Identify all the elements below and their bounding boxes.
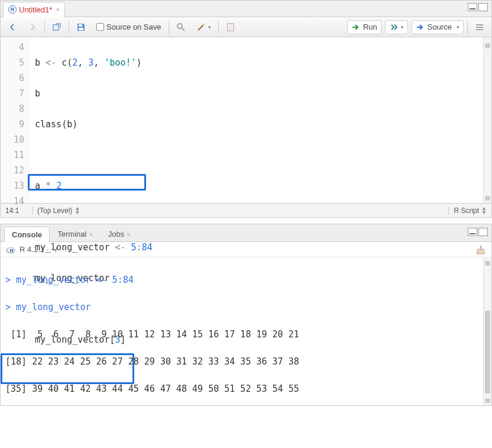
- toolbar-separator: [69, 21, 69, 34]
- r-logo-icon: R: [5, 244, 16, 255]
- editor-tab-bar: R Untitled1* ×: [1, 1, 491, 17]
- source-arrow-icon: [416, 22, 425, 32]
- line-gutter: 4 5 6 7 8 9 10 11 12 13 14: [1, 37, 30, 203]
- file-tab-untitled[interactable]: R Untitled1* ×: [3, 2, 65, 17]
- svg-point-3: [177, 24, 182, 28]
- code-line: b: [35, 86, 483, 101]
- compile-report-button[interactable]: [222, 21, 239, 34]
- console-pane: Console Terminal× Jobs× R R 4.1.1 · ~/ >…: [0, 224, 492, 406]
- dropdown-caret-icon: ▾: [208, 24, 211, 30]
- search-icon: [176, 22, 186, 32]
- tab-console[interactable]: Console: [4, 227, 50, 242]
- toolbar-separator: [169, 21, 169, 34]
- line-number: 12: [1, 163, 24, 178]
- console-line: > my_long_vector <- 5:84: [5, 273, 478, 287]
- pane-window-controls: [468, 228, 488, 236]
- svg-rect-2: [79, 28, 83, 30]
- line-number: 6: [1, 70, 24, 86]
- console-scrollbar[interactable]: [483, 257, 491, 405]
- console-header: R R 4.1.1 · ~/: [1, 242, 491, 257]
- outline-button[interactable]: [471, 21, 488, 34]
- code-line: [35, 209, 483, 224]
- svg-rect-1: [79, 24, 82, 27]
- checkbox-icon: [96, 23, 104, 31]
- tab-jobs[interactable]: Jobs×: [101, 226, 138, 241]
- console-line: [35] 39 40 41 42 43 44 45 46 47 48 49 50…: [5, 382, 478, 396]
- pane-maximize-icon[interactable]: [478, 228, 488, 236]
- popout-icon: [52, 22, 62, 32]
- toolbar-separator: [467, 21, 468, 34]
- console-line: [18] 22 23 24 25 26 27 28 29 30 31 32 33…: [5, 355, 478, 369]
- editor-area[interactable]: 4 5 6 7 8 9 10 11 12 13 14 b <- c(2, 3, …: [1, 37, 491, 203]
- dropdown-caret-icon: ▾: [457, 24, 459, 30]
- code-text[interactable]: b <- c(2, 3, 'boo!') b class(b) a * 2 my…: [30, 37, 483, 203]
- dropdown-caret-icon: ▾: [401, 24, 404, 30]
- notebook-icon: [226, 22, 235, 32]
- arrow-right-icon: [28, 22, 37, 32]
- pane-minimize-icon[interactable]: [468, 3, 477, 11]
- svg-point-4: [203, 24, 204, 25]
- outline-icon: [475, 22, 484, 32]
- line-number: 5: [1, 55, 24, 70]
- source-on-save-toggle[interactable]: Source on Save: [93, 21, 165, 33]
- toolbar-separator: [218, 21, 219, 34]
- popout-icon[interactable]: [61, 245, 70, 254]
- save-icon: [76, 22, 86, 32]
- console-line: [1] 5 6 7 8 9 10 11 12 13 14 15 16 17 18…: [5, 328, 478, 341]
- close-tab-icon[interactable]: ×: [56, 6, 59, 13]
- forward-button[interactable]: [24, 21, 41, 34]
- wand-icon: [196, 22, 206, 32]
- run-button[interactable]: Run: [347, 20, 381, 34]
- pane-minimize-icon[interactable]: [468, 228, 477, 236]
- run-label: Run: [363, 22, 377, 31]
- r-file-icon: R: [8, 5, 17, 14]
- console-header-text: R 4.1.1 · ~/: [20, 245, 57, 254]
- code-line: class(b): [35, 117, 483, 132]
- line-number: 10: [1, 132, 24, 147]
- line-number: 13: [1, 178, 24, 194]
- clear-console-icon[interactable]: [475, 244, 487, 255]
- console-line: > my_long_vector: [5, 301, 478, 314]
- code-tools-button[interactable]: ▾: [193, 21, 215, 34]
- pane-maximize-icon[interactable]: [478, 3, 488, 11]
- toolbar-separator: [44, 21, 45, 34]
- line-number: 8: [1, 101, 24, 117]
- editor-scrollbar[interactable]: [483, 37, 491, 203]
- line-number: 11: [1, 147, 24, 163]
- code-line: a * 2: [35, 178, 483, 194]
- editor-toolbar: Source on Save ▾ Run: [1, 17, 491, 37]
- pane-window-controls: [468, 3, 488, 11]
- show-in-new-window-button[interactable]: [48, 21, 65, 34]
- line-number: 4: [1, 40, 24, 55]
- source-button[interactable]: Source ▾: [412, 20, 464, 34]
- file-tab-label: Untitled1*: [19, 5, 52, 14]
- console-tab-bar: Console Terminal× Jobs×: [1, 224, 491, 242]
- svg-text:R: R: [9, 247, 14, 254]
- close-icon[interactable]: ×: [89, 231, 92, 238]
- back-button[interactable]: [4, 21, 21, 34]
- source-pane: R Untitled1* ×: [0, 0, 492, 218]
- svg-rect-0: [53, 25, 59, 30]
- line-number: 14: [1, 194, 24, 209]
- line-number: 9: [1, 117, 24, 132]
- code-line: [35, 147, 483, 163]
- source-label: Source: [428, 22, 452, 31]
- save-button[interactable]: [73, 21, 89, 34]
- rerun-icon: [389, 22, 399, 32]
- line-number: 7: [1, 86, 24, 101]
- tab-terminal[interactable]: Terminal×: [50, 226, 101, 241]
- arrow-left-icon: [8, 22, 17, 32]
- find-button[interactable]: [173, 21, 189, 34]
- source-on-save-label: Source on Save: [106, 22, 161, 31]
- rerun-button[interactable]: ▾: [385, 20, 408, 34]
- code-line: b <- c(2, 3, 'boo!'): [35, 55, 483, 70]
- close-icon[interactable]: ×: [127, 231, 130, 238]
- console-output[interactable]: > my_long_vector <- 5:84 > my_long_vecto…: [1, 257, 483, 405]
- run-arrow-icon: [351, 22, 361, 32]
